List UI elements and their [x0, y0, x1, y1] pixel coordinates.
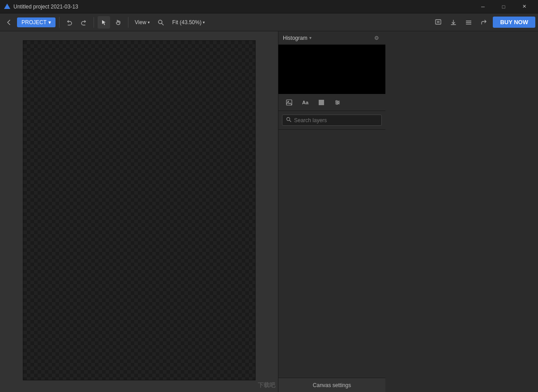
view-dropdown-icon: ▾: [148, 20, 150, 25]
svg-rect-10: [286, 100, 292, 105]
canvas-settings-label: Canvas settings: [313, 382, 351, 388]
layer-tab-image[interactable]: [282, 97, 296, 108]
canvas[interactable]: [23, 40, 256, 380]
project-dropdown-icon: ▾: [48, 19, 51, 26]
project-button[interactable]: PROJECT ▾: [17, 17, 56, 27]
fit-label: Fit (43.50%): [172, 19, 201, 26]
main-area: 下载吧 Histogram ▾ ⚙ Aa: [0, 31, 538, 392]
layer-tab-shape[interactable]: [314, 97, 329, 108]
search-box: [282, 115, 382, 126]
download-icon-button[interactable]: [447, 16, 460, 29]
histogram-label: Histogram: [283, 35, 307, 41]
histogram-title: Histogram ▾: [283, 35, 312, 41]
back-button[interactable]: [3, 16, 15, 29]
histogram-dropdown-icon[interactable]: ▾: [309, 35, 312, 40]
histogram-display: [278, 45, 385, 94]
svg-point-17: [338, 102, 339, 103]
toolbar-separator-2: [94, 17, 94, 28]
svg-rect-3: [436, 20, 441, 24]
layers-list[interactable]: [278, 130, 385, 378]
canvas-area[interactable]: 下载吧: [0, 31, 278, 392]
svg-point-16: [336, 100, 337, 102]
title-bar: Untitled project 2021-03-13 ─ □ ✕: [0, 0, 538, 13]
fit-zoom-button[interactable]: Fit (43.50%) ▾: [169, 17, 209, 27]
svg-rect-9: [466, 24, 471, 25]
search-layers-input[interactable]: [294, 117, 378, 124]
share-icon-button[interactable]: [478, 16, 490, 29]
toolbar-separator-3: [128, 17, 128, 28]
svg-rect-12: [319, 100, 324, 105]
hand-tool-button[interactable]: [112, 16, 124, 29]
layer-filter-tabs: Aa: [278, 94, 385, 111]
histogram-header: Histogram ▾ ⚙: [278, 31, 385, 45]
layer-tab-text[interactable]: Aa: [298, 97, 312, 108]
undo-button[interactable]: [63, 16, 76, 29]
toolbar-separator-1: [59, 17, 60, 28]
layers-panel: Histogram ▾ ⚙ Aa: [278, 31, 385, 392]
minimize-button[interactable]: ─: [473, 0, 493, 13]
maximize-button[interactable]: □: [493, 0, 514, 13]
window-controls: ─ □ ✕: [473, 0, 534, 13]
toolbar-right-icons: BUY NOW: [432, 16, 535, 29]
buy-now-button[interactable]: BUY NOW: [493, 17, 535, 28]
watermark: 下载吧: [258, 381, 275, 389]
empty-right-panel: [385, 31, 538, 392]
app-icon: [4, 3, 11, 10]
redo-button[interactable]: [77, 16, 90, 29]
svg-rect-7: [466, 21, 471, 21]
close-button[interactable]: ✕: [514, 0, 534, 13]
search-container: [278, 111, 385, 130]
fit-dropdown-icon: ▾: [203, 20, 205, 25]
window-title: Untitled project 2021-03-13: [13, 4, 473, 10]
panel-container: Histogram ▾ ⚙ Aa: [278, 31, 538, 392]
search-icon: [286, 117, 291, 124]
view-menu-button[interactable]: View ▾: [132, 17, 153, 27]
svg-point-18: [337, 103, 338, 104]
layers-icon-button[interactable]: [462, 16, 475, 29]
svg-point-11: [288, 101, 289, 102]
layer-tab-filter[interactable]: [330, 97, 345, 108]
canvas-settings-bar[interactable]: Canvas settings: [278, 378, 385, 392]
svg-line-20: [290, 120, 291, 122]
toolbar: PROJECT ▾ View ▾ Fit (43.50%) ▾: [0, 13, 538, 31]
project-label: PROJECT: [21, 19, 47, 26]
view-label: View: [135, 19, 146, 26]
svg-marker-0: [4, 4, 10, 9]
svg-rect-8: [466, 22, 471, 23]
zoom-icon-button[interactable]: [154, 16, 167, 29]
svg-line-2: [162, 23, 163, 25]
export-icon-button[interactable]: [432, 16, 444, 29]
select-tool-button[interactable]: [98, 16, 110, 29]
histogram-settings-icon[interactable]: ⚙: [372, 34, 381, 43]
svg-point-19: [287, 118, 290, 121]
